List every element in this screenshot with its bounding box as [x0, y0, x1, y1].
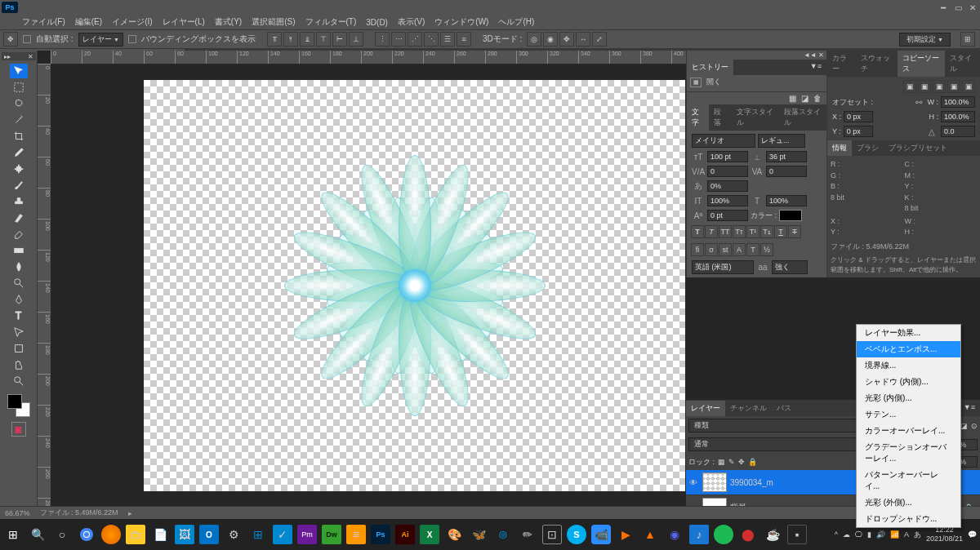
- tab-styles[interactable]: スタイル: [945, 51, 980, 77]
- st-button[interactable]: σ: [705, 243, 718, 256]
- dist-5-icon[interactable]: ☰: [440, 32, 455, 47]
- menu-type[interactable]: 書式(Y): [211, 15, 246, 29]
- crop-tool[interactable]: [10, 129, 28, 144]
- aa-select[interactable]: 強く: [772, 260, 808, 274]
- discord-icon[interactable]: ◉: [665, 525, 684, 544]
- auto-select-checkbox[interactable]: [23, 35, 31, 43]
- frac-button[interactable]: ½: [760, 243, 773, 256]
- clone-2-icon[interactable]: ▣: [918, 80, 931, 93]
- align-center-h-icon[interactable]: ⫯: [283, 32, 298, 47]
- history-snap-icon[interactable]: ▦: [789, 94, 796, 103]
- ctx-drop-shadow[interactable]: ドロップシャドウ...: [857, 511, 960, 527]
- dist-3-icon[interactable]: ⋰: [408, 32, 422, 47]
- path-tool[interactable]: [10, 325, 28, 339]
- photos-icon[interactable]: 🖼: [175, 525, 194, 544]
- zoom-tool[interactable]: [10, 374, 28, 388]
- align-right-icon[interactable]: ⫫: [300, 32, 314, 47]
- outlook-icon[interactable]: O: [199, 525, 219, 544]
- tracking[interactable]: 0: [766, 166, 807, 177]
- leading[interactable]: 36 pt: [766, 151, 807, 162]
- lock-pixels-icon[interactable]: ▦: [718, 458, 725, 466]
- kerning[interactable]: 0: [707, 166, 748, 177]
- tab-character[interactable]: 文字: [687, 104, 709, 131]
- superscript-button[interactable]: T¹: [746, 225, 760, 238]
- music-icon[interactable]: ♪: [689, 525, 709, 544]
- history-trash-icon[interactable]: 🗑: [813, 94, 822, 103]
- menu-edit[interactable]: 編集(E): [71, 15, 106, 29]
- status-file[interactable]: ファイル : 5.49M/6.22M: [40, 508, 118, 518]
- butterfly-icon[interactable]: 🦋: [469, 525, 488, 544]
- tab-charstyle[interactable]: 文字スタイル: [732, 104, 779, 131]
- bbox-checkbox[interactable]: [128, 35, 136, 43]
- settings-icon[interactable]: ⚙: [224, 525, 243, 544]
- align-bottom-icon[interactable]: ⊥: [349, 32, 363, 47]
- shape-tool[interactable]: [10, 341, 28, 356]
- tray-display-icon[interactable]: 🖵: [855, 530, 862, 539]
- obs-icon[interactable]: ⊡: [542, 525, 562, 544]
- ctx-stroke[interactable]: 境界線...: [857, 357, 960, 374]
- menu-view[interactable]: 表示(V): [394, 15, 429, 29]
- tray-cloud-icon[interactable]: ☁: [843, 530, 850, 539]
- workspace-selector[interactable]: 初期設定 ▼: [899, 33, 951, 47]
- 3d-pan-icon[interactable]: ✥: [559, 32, 574, 47]
- skype-icon[interactable]: S: [567, 525, 586, 544]
- tab-paths[interactable]: パス: [772, 401, 796, 416]
- stamp-tool[interactable]: [10, 194, 28, 209]
- eyedropper-tool[interactable]: [10, 145, 28, 160]
- tray-input-icon[interactable]: あ: [914, 530, 921, 540]
- align-center-v-icon[interactable]: ⊢: [332, 32, 347, 47]
- bold-button[interactable]: T: [691, 225, 704, 238]
- store-icon[interactable]: ⊞: [248, 525, 268, 544]
- auto-select-target[interactable]: レイヤー ▼: [78, 33, 123, 47]
- tray-up-icon[interactable]: ^: [835, 530, 838, 539]
- align-top-icon[interactable]: ⊤: [316, 32, 331, 47]
- dodge-tool[interactable]: [10, 276, 28, 291]
- type-tool[interactable]: T: [10, 308, 28, 323]
- italic-button[interactable]: T: [705, 225, 718, 238]
- align-left-icon[interactable]: ⫪: [267, 32, 282, 47]
- cup-icon[interactable]: ☕: [763, 525, 782, 544]
- ctx-inner-glow[interactable]: 光彩 (内側)...: [857, 390, 960, 406]
- clone-1-icon[interactable]: ▣: [903, 80, 916, 93]
- record-icon[interactable]: ⬤: [738, 525, 758, 544]
- ct-button[interactable]: st: [719, 243, 732, 256]
- marquee-tool[interactable]: [10, 80, 28, 95]
- eraser-tool[interactable]: [10, 227, 28, 242]
- menu-layer[interactable]: レイヤー(L): [158, 15, 209, 29]
- allcaps-button[interactable]: TT: [719, 225, 732, 238]
- menu-file[interactable]: ファイル(F): [18, 15, 69, 29]
- 3d-roll-icon[interactable]: ◉: [543, 32, 558, 47]
- clone-x[interactable]: 0 px: [844, 111, 873, 122]
- tab-history[interactable]: ヒストリー: [687, 60, 733, 75]
- hand-tool[interactable]: [10, 357, 28, 372]
- dist-4-icon[interactable]: ⋱: [424, 32, 439, 47]
- tab-brushpreset[interactable]: ブラシプリセット: [884, 140, 952, 156]
- pm-icon[interactable]: Pm: [297, 525, 317, 544]
- menu-window[interactable]: ウィンドウ(W): [430, 15, 492, 29]
- move-tool[interactable]: [10, 64, 28, 78]
- 3d-orbit-icon[interactable]: ◎: [527, 32, 541, 47]
- color-swatches[interactable]: [7, 394, 30, 417]
- tray-volume-icon[interactable]: 🔊: [876, 530, 885, 539]
- history-new-icon[interactable]: ◪: [801, 94, 808, 103]
- dw-icon[interactable]: Dw: [322, 525, 341, 544]
- v-scale[interactable]: 100%: [707, 195, 748, 206]
- menu-help[interactable]: ヘルプ(H): [494, 15, 538, 29]
- tab-channels[interactable]: チャンネル: [725, 401, 772, 416]
- ad-button[interactable]: A: [733, 243, 746, 256]
- ctx-satin[interactable]: サテン...: [857, 406, 960, 423]
- tsume[interactable]: 0%: [707, 180, 748, 192]
- dist-1-icon[interactable]: ⋮: [375, 32, 390, 47]
- heal-tool[interactable]: [10, 162, 28, 176]
- strike-button[interactable]: T: [788, 225, 801, 238]
- history-brush-tool[interactable]: [10, 211, 28, 225]
- tab-clonesource[interactable]: コピーソース: [898, 51, 945, 77]
- ctx-layer-effects[interactable]: レイヤー効果...: [857, 325, 960, 341]
- start-button[interactable]: ⊞: [3, 525, 23, 544]
- ps-icon[interactable]: Ps: [371, 525, 390, 544]
- fi-button[interactable]: fi: [691, 243, 704, 256]
- link-icon[interactable]: ⚯: [912, 98, 925, 107]
- lasso-tool[interactable]: [10, 96, 28, 111]
- lock-position-icon[interactable]: ✥: [738, 458, 745, 466]
- ai-icon[interactable]: Ai: [395, 525, 415, 544]
